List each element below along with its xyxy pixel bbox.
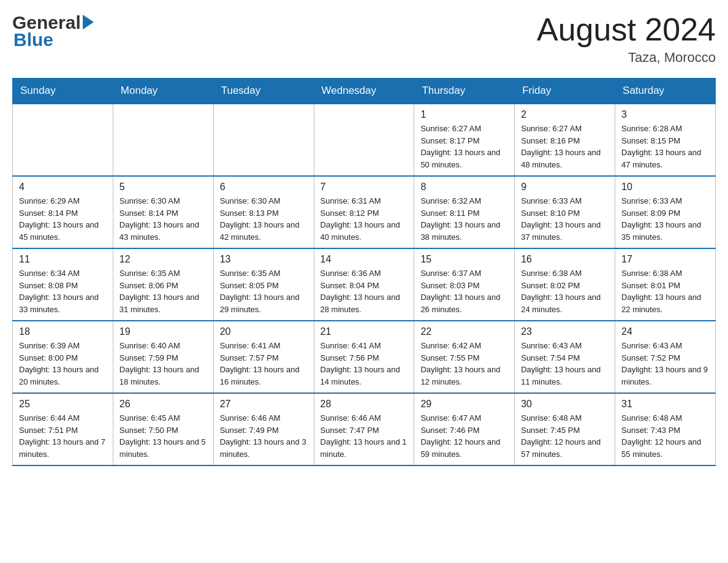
day-info: Sunrise: 6:36 AMSunset: 8:04 PMDaylight:… (320, 267, 408, 315)
calendar-cell-w5-d1: 25Sunrise: 6:44 AMSunset: 7:51 PMDayligh… (13, 393, 113, 465)
calendar-cell-w2-d3: 6Sunrise: 6:30 AMSunset: 8:13 PMDaylight… (213, 176, 314, 248)
day-number: 19 (119, 326, 207, 337)
day-number: 30 (521, 399, 609, 410)
day-info: Sunrise: 6:43 AMSunset: 7:54 PMDaylight:… (521, 340, 609, 388)
day-number: 31 (621, 399, 709, 410)
day-number: 4 (19, 182, 107, 193)
day-number: 8 (420, 182, 508, 193)
day-number: 15 (420, 254, 508, 265)
location-text: Taza, Morocco (537, 50, 716, 66)
day-number: 21 (320, 326, 408, 337)
day-number: 14 (320, 254, 408, 265)
day-info: Sunrise: 6:27 AMSunset: 8:17 PMDaylight:… (420, 123, 508, 170)
calendar-cell-w3-d2: 12Sunrise: 6:35 AMSunset: 8:06 PMDayligh… (113, 248, 213, 321)
day-info: Sunrise: 6:39 AMSunset: 8:00 PMDaylight:… (19, 340, 107, 388)
day-info: Sunrise: 6:41 AMSunset: 7:57 PMDaylight:… (220, 340, 308, 388)
day-info: Sunrise: 6:40 AMSunset: 7:59 PMDaylight:… (119, 340, 207, 388)
day-info: Sunrise: 6:30 AMSunset: 8:13 PMDaylight:… (220, 195, 308, 243)
day-number: 17 (621, 254, 709, 265)
day-info: Sunrise: 6:41 AMSunset: 7:56 PMDaylight:… (320, 340, 408, 388)
col-monday: Monday (113, 79, 213, 104)
title-section: August 2024 Taza, Morocco (537, 12, 716, 66)
day-info: Sunrise: 6:33 AMSunset: 8:09 PMDaylight:… (621, 195, 709, 243)
col-tuesday: Tuesday (213, 79, 314, 104)
day-number: 13 (220, 254, 308, 265)
day-info: Sunrise: 6:46 AMSunset: 7:49 PMDaylight:… (220, 412, 308, 460)
calendar-cell-w4-d6: 23Sunrise: 6:43 AMSunset: 7:54 PMDayligh… (515, 321, 615, 393)
calendar-cell-w3-d1: 11Sunrise: 6:34 AMSunset: 8:08 PMDayligh… (13, 248, 113, 321)
calendar-cell-w3-d7: 17Sunrise: 6:38 AMSunset: 8:01 PMDayligh… (615, 248, 716, 321)
day-info: Sunrise: 6:38 AMSunset: 8:02 PMDaylight:… (521, 267, 609, 315)
calendar-cell-w2-d2: 5Sunrise: 6:30 AMSunset: 8:14 PMDaylight… (113, 176, 213, 248)
day-info: Sunrise: 6:34 AMSunset: 8:08 PMDaylight:… (19, 267, 107, 315)
calendar-cell-w1-d3 (213, 104, 314, 176)
day-number: 5 (119, 182, 207, 193)
calendar-cell-w5-d6: 30Sunrise: 6:48 AMSunset: 7:45 PMDayligh… (515, 393, 615, 465)
calendar-cell-w3-d5: 15Sunrise: 6:37 AMSunset: 8:03 PMDayligh… (414, 248, 515, 321)
calendar-cell-w1-d5: 1Sunrise: 6:27 AMSunset: 8:17 PMDaylight… (414, 104, 515, 176)
day-info: Sunrise: 6:28 AMSunset: 8:15 PMDaylight:… (621, 123, 709, 170)
day-number: 6 (220, 182, 308, 193)
day-number: 9 (521, 182, 609, 193)
day-info: Sunrise: 6:32 AMSunset: 8:11 PMDaylight:… (420, 195, 508, 243)
calendar-cell-w4-d4: 21Sunrise: 6:41 AMSunset: 7:56 PMDayligh… (314, 321, 414, 393)
calendar-header-row: Sunday Monday Tuesday Wednesday Thursday… (13, 79, 716, 104)
calendar-cell-w2-d5: 8Sunrise: 6:32 AMSunset: 8:11 PMDaylight… (414, 176, 515, 248)
day-number: 23 (521, 326, 609, 337)
day-info: Sunrise: 6:43 AMSunset: 7:52 PMDaylight:… (621, 340, 709, 388)
day-number: 29 (420, 399, 508, 410)
day-number: 16 (521, 254, 609, 265)
calendar-week-2: 4Sunrise: 6:29 AMSunset: 8:14 PMDaylight… (13, 176, 716, 248)
calendar-cell-w2-d4: 7Sunrise: 6:31 AMSunset: 8:12 PMDaylight… (314, 176, 414, 248)
calendar-cell-w4-d1: 18Sunrise: 6:39 AMSunset: 8:00 PMDayligh… (13, 321, 113, 393)
day-number: 22 (420, 326, 508, 337)
calendar-cell-w5-d4: 28Sunrise: 6:46 AMSunset: 7:47 PMDayligh… (314, 393, 414, 465)
calendar-cell-w4-d5: 22Sunrise: 6:42 AMSunset: 7:55 PMDayligh… (414, 321, 515, 393)
day-info: Sunrise: 6:46 AMSunset: 7:47 PMDaylight:… (320, 412, 408, 460)
day-number: 20 (220, 326, 308, 337)
day-number: 27 (220, 399, 308, 410)
day-info: Sunrise: 6:35 AMSunset: 8:05 PMDaylight:… (220, 267, 308, 315)
calendar-cell-w4-d3: 20Sunrise: 6:41 AMSunset: 7:57 PMDayligh… (213, 321, 314, 393)
calendar-week-1: 1Sunrise: 6:27 AMSunset: 8:17 PMDaylight… (13, 104, 716, 176)
day-info: Sunrise: 6:45 AMSunset: 7:50 PMDaylight:… (119, 412, 207, 460)
day-number: 3 (621, 109, 709, 120)
col-thursday: Thursday (414, 79, 515, 104)
day-info: Sunrise: 6:47 AMSunset: 7:46 PMDaylight:… (420, 412, 508, 460)
calendar-cell-w5-d3: 27Sunrise: 6:46 AMSunset: 7:49 PMDayligh… (213, 393, 314, 465)
calendar-cell-w2-d7: 10Sunrise: 6:33 AMSunset: 8:09 PMDayligh… (615, 176, 716, 248)
day-info: Sunrise: 6:44 AMSunset: 7:51 PMDaylight:… (19, 412, 107, 460)
day-number: 18 (19, 326, 107, 337)
calendar-cell-w1-d6: 2Sunrise: 6:27 AMSunset: 8:16 PMDaylight… (515, 104, 615, 176)
calendar-cell-w2-d6: 9Sunrise: 6:33 AMSunset: 8:10 PMDaylight… (515, 176, 615, 248)
calendar-week-4: 18Sunrise: 6:39 AMSunset: 8:00 PMDayligh… (13, 321, 716, 393)
calendar-cell-w4-d7: 24Sunrise: 6:43 AMSunset: 7:52 PMDayligh… (615, 321, 716, 393)
col-sunday: Sunday (13, 79, 113, 104)
calendar-cell-w1-d1 (13, 104, 113, 176)
day-number: 2 (521, 109, 609, 120)
col-wednesday: Wednesday (314, 79, 414, 104)
logo-arrow-icon (83, 15, 94, 29)
calendar-cell-w3-d6: 16Sunrise: 6:38 AMSunset: 8:02 PMDayligh… (515, 248, 615, 321)
day-info: Sunrise: 6:27 AMSunset: 8:16 PMDaylight:… (521, 123, 609, 170)
calendar-cell-w5-d5: 29Sunrise: 6:47 AMSunset: 7:46 PMDayligh… (414, 393, 515, 465)
day-info: Sunrise: 6:31 AMSunset: 8:12 PMDaylight:… (320, 195, 408, 243)
calendar-week-5: 25Sunrise: 6:44 AMSunset: 7:51 PMDayligh… (13, 393, 716, 465)
calendar-cell-w3-d4: 14Sunrise: 6:36 AMSunset: 8:04 PMDayligh… (314, 248, 414, 321)
month-year-title: August 2024 (537, 12, 716, 47)
calendar-cell-w5-d7: 31Sunrise: 6:48 AMSunset: 7:43 PMDayligh… (615, 393, 716, 465)
calendar-cell-w5-d2: 26Sunrise: 6:45 AMSunset: 7:50 PMDayligh… (113, 393, 213, 465)
day-info: Sunrise: 6:29 AMSunset: 8:14 PMDaylight:… (19, 195, 107, 243)
day-number: 26 (119, 399, 207, 410)
day-number: 28 (320, 399, 408, 410)
day-info: Sunrise: 6:35 AMSunset: 8:06 PMDaylight:… (119, 267, 207, 315)
logo-blue-text: Blue (12, 29, 94, 50)
calendar-cell-w3-d3: 13Sunrise: 6:35 AMSunset: 8:05 PMDayligh… (213, 248, 314, 321)
calendar-cell-w4-d2: 19Sunrise: 6:40 AMSunset: 7:59 PMDayligh… (113, 321, 213, 393)
day-info: Sunrise: 6:33 AMSunset: 8:10 PMDaylight:… (521, 195, 609, 243)
calendar-week-3: 11Sunrise: 6:34 AMSunset: 8:08 PMDayligh… (13, 248, 716, 321)
day-info: Sunrise: 6:37 AMSunset: 8:03 PMDaylight:… (420, 267, 508, 315)
day-info: Sunrise: 6:42 AMSunset: 7:55 PMDaylight:… (420, 340, 508, 388)
day-number: 24 (621, 326, 709, 337)
day-number: 1 (420, 109, 508, 120)
